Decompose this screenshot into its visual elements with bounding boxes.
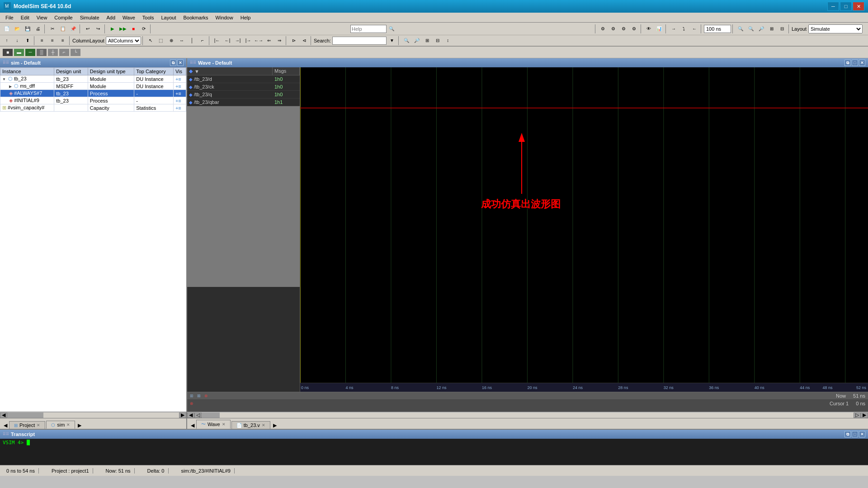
tab-project[interactable]: ⊞ Project ✕: [9, 421, 45, 429]
menu-layout[interactable]: Layout: [158, 14, 180, 21]
wave-panel-hscroll[interactable]: ◀ ◁ ▷ ▶: [187, 412, 868, 418]
sig-type-1[interactable]: ■: [3, 49, 13, 56]
wave-nav-btn1[interactable]: |←: [212, 36, 222, 46]
scroll-right-btn[interactable]: ▶: [179, 413, 186, 418]
menu-wave[interactable]: Wave: [119, 14, 139, 21]
signal-row-q[interactable]: ◆ /tb_23/q 1h0: [187, 91, 300, 99]
print-btn[interactable]: 🖨: [33, 24, 43, 34]
tab-tb23v[interactable]: 📄 tb_23.v ✕: [231, 421, 270, 429]
wave-nav-btn3[interactable]: →|: [233, 36, 243, 46]
sim-icon3[interactable]: ⬆: [23, 36, 33, 46]
copy-btn[interactable]: 📋: [58, 24, 68, 34]
wave-nav-btn2[interactable]: ←|: [222, 36, 232, 46]
wave-measure-btn[interactable]: ↔: [177, 36, 187, 46]
wave-zoom2-btn1[interactable]: 🔍: [401, 36, 411, 46]
step-over-btn[interactable]: ⤵: [679, 24, 689, 34]
table-row[interactable]: ◈ #INITIAL#9 tb_23 Process - +≡: [0, 97, 186, 104]
menu-window[interactable]: Window: [212, 14, 237, 21]
zoom-btn2[interactable]: 🔍: [746, 24, 756, 34]
tab-close-btn[interactable]: ✕: [37, 423, 40, 427]
sim-icon1[interactable]: ↑: [2, 36, 12, 46]
wave-nav-btn7[interactable]: ⇒: [274, 36, 284, 46]
search-dropdown-btn[interactable]: ▼: [387, 36, 397, 46]
restart-btn[interactable]: ⟳: [139, 24, 149, 34]
expand-icon[interactable]: [9, 84, 12, 89]
filter-btn2[interactable]: ≡: [47, 36, 57, 46]
signal-row-ck[interactable]: ◆ /tb_23/ck 1h0: [187, 83, 300, 91]
transcript-btn2[interactable]: □: [852, 431, 858, 437]
sim-btn3[interactable]: ⚙: [619, 24, 629, 34]
menu-compile[interactable]: Compile: [51, 14, 76, 21]
wave-nav-btn4[interactable]: |→: [243, 36, 253, 46]
tab-close-btn[interactable]: ✕: [222, 422, 226, 427]
wave-nav-btn5[interactable]: ←→: [254, 36, 264, 46]
filter-btn3[interactable]: ≡: [58, 36, 68, 46]
scroll-left-btn[interactable]: ◀: [0, 413, 7, 418]
wave-panel-btn1[interactable]: ⧉: [844, 60, 851, 66]
left-arrow-btn[interactable]: ◀: [2, 422, 9, 429]
menu-bookmarks[interactable]: Bookmarks: [180, 14, 212, 21]
zoom-btn4[interactable]: ⊞: [767, 24, 777, 34]
step-btn[interactable]: →: [669, 24, 679, 34]
zoom-btn5[interactable]: ⊟: [777, 24, 787, 34]
menu-view[interactable]: View: [33, 14, 51, 21]
wave-tab-left-btn[interactable]: ◀: [189, 422, 196, 429]
help-search-btn[interactable]: 🔍: [387, 24, 396, 34]
menu-tools[interactable]: Tools: [139, 14, 158, 21]
signal-row-qbar[interactable]: ◆ /tb_23/qbar 1h1: [187, 99, 300, 106]
view-btn1[interactable]: 👁: [644, 24, 654, 34]
signal-row-d[interactable]: ◆ /tb_23/d 1h0: [187, 75, 300, 83]
scroll-track[interactable]: [7, 413, 179, 418]
minimize-button[interactable]: ─: [827, 2, 839, 11]
wave-zoom2-btn2[interactable]: 🔎: [412, 36, 422, 46]
wave-format-btn[interactable]: ⌐: [198, 36, 208, 46]
wave-zoom2-btn5[interactable]: ↕: [443, 36, 453, 46]
sim-btn4[interactable]: ⚙: [629, 24, 639, 34]
transcript-btn1[interactable]: ⧉: [844, 431, 851, 437]
layout-dropdown[interactable]: Simulate Default: [808, 24, 863, 33]
sim-panel-float-btn[interactable]: ⧉: [170, 60, 176, 66]
table-row[interactable]: ⊞ #vsim_capacity# Capacity Statistics +≡: [0, 104, 186, 112]
search-input[interactable]: [332, 37, 387, 45]
menu-add[interactable]: Add: [103, 14, 119, 21]
run-btn[interactable]: ▶: [108, 24, 118, 34]
view-btn2[interactable]: 📊: [654, 24, 664, 34]
close-button[interactable]: ✕: [853, 2, 864, 11]
sim-panel-close-btn[interactable]: ✕: [177, 60, 184, 66]
wave-panel-btn2[interactable]: □: [852, 60, 858, 66]
sig-type-5[interactable]: ┼: [48, 49, 58, 56]
sig-type-4[interactable]: ▒: [37, 49, 47, 56]
wave-zoom2-btn3[interactable]: ⊞: [422, 36, 432, 46]
wave-scroll-track[interactable]: [202, 413, 854, 418]
wave-scroll-left2-btn[interactable]: ◁: [194, 413, 202, 418]
zoom-btn3[interactable]: 🔎: [756, 24, 766, 34]
menu-help[interactable]: Help: [237, 14, 255, 21]
paste-btn[interactable]: 📌: [68, 24, 78, 34]
wave-select-btn[interactable]: ⬚: [156, 36, 166, 46]
menu-simulate[interactable]: Simulate: [76, 14, 103, 21]
collayout-select[interactable]: AllColumns: [106, 37, 141, 45]
wave-scroll-right2-btn[interactable]: ▷: [854, 413, 861, 418]
wave-insert-btn[interactable]: │: [187, 36, 197, 46]
save-btn[interactable]: 💾: [23, 24, 33, 34]
sig-type-2[interactable]: ▬: [14, 49, 24, 56]
undo-btn[interactable]: ↩: [83, 24, 93, 34]
filter-btn1[interactable]: ≡: [37, 36, 47, 46]
new-btn[interactable]: 📄: [2, 24, 12, 34]
sim-icon2[interactable]: ↓: [12, 36, 22, 46]
sim-panel-hscroll[interactable]: ◀ ▶: [0, 412, 186, 418]
wave-edge-btn2[interactable]: ⊲: [299, 36, 309, 46]
expand-icon[interactable]: [2, 77, 6, 81]
wave-scroll-left-btn[interactable]: ◀: [187, 413, 194, 418]
stop-btn[interactable]: ■: [128, 24, 138, 34]
tab-close-btn[interactable]: ✕: [66, 422, 70, 427]
maximize-button[interactable]: □: [840, 2, 852, 11]
help-input[interactable]: [350, 25, 387, 33]
sig-type-6[interactable]: ⌐: [59, 49, 69, 56]
sig-type-7[interactable]: └: [71, 49, 80, 56]
back-btn[interactable]: ←: [689, 24, 699, 34]
table-row[interactable]: ◈ #ALWAYS#7 tb_23 Process - +≡: [0, 90, 186, 97]
wave-tab-right-btn[interactable]: ▶: [271, 422, 278, 429]
tab-close-btn[interactable]: ✕: [262, 423, 265, 427]
tab-wave[interactable]: 〜 Wave ✕: [196, 420, 231, 429]
